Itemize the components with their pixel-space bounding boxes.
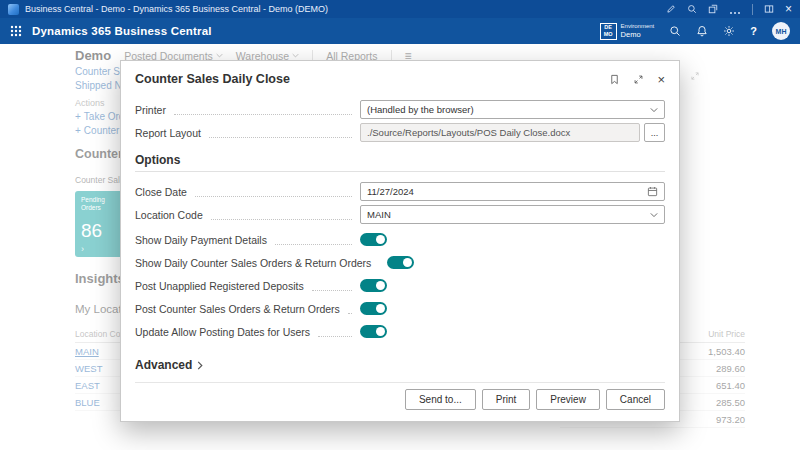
help-icon[interactable]: ? [750,25,757,37]
chevron-down-icon [650,107,658,113]
post-counter-sales-orders-row: Post Counter Sales Orders & Return Order… [135,301,665,316]
printer-label: Printer [135,104,166,116]
location-code-label: Location Code [135,209,203,221]
close-date-input[interactable]: 11/27/2024 [360,182,665,201]
dotted-leader [174,104,352,115]
product-title[interactable]: Dynamics 365 Business Central [32,25,212,37]
dotted-leader [211,209,352,220]
toggle-switch[interactable] [360,233,387,246]
browse-layout-button[interactable]: ... [644,123,665,142]
printer-row: Printer (Handled by the browser) [135,100,665,119]
close-dialog-icon[interactable]: × [657,73,665,86]
report-layout-row: Report Layout ./Source/Reports/Layouts/P… [135,123,665,142]
environment-badge[interactable]: DE MO Environment Demo [600,23,655,40]
dotted-leader [195,186,352,197]
close-date-label: Close Date [135,186,187,198]
more-icon[interactable] [729,0,741,18]
toggle-switch[interactable] [360,325,387,338]
options-heading: Options [135,153,665,172]
app-bar: Dynamics 365 Business Central DE MO Envi… [0,18,800,44]
window-title: Business Central - Demo - Dynamics 365 B… [25,4,328,14]
split-screen-icon[interactable] [764,4,774,14]
toggle-switch[interactable] [360,279,387,292]
chevron-right-icon [197,361,203,370]
preview-button[interactable]: Preview [536,389,600,410]
waffle-menu-icon[interactable] [10,25,22,37]
dotted-leader [312,280,352,291]
show-daily-counter-sales-orders-row: Show Daily Counter Sales Orders & Return… [135,255,665,270]
window-titlebar: Business Central - Demo - Dynamics 365 B… [0,0,800,18]
bookmark-icon[interactable] [609,74,620,85]
environment-value: Demo [621,30,655,39]
advanced-expander[interactable]: Advanced [135,358,665,383]
report-layout-field: ./Source/Reports/Layouts/POS Daily Close… [360,123,640,142]
toggle-switch[interactable] [360,302,387,315]
dotted-leader [318,326,352,337]
dotted-leader [348,303,352,314]
environment-label: Environment [621,23,655,31]
post-unapplied-registered-deposits-row: Post Unapplied Registered Deposits [135,278,665,293]
app-icon [8,4,19,15]
print-button[interactable]: Print [482,389,531,410]
environment-abbr-top: DE [604,24,612,31]
dotted-leader [275,234,352,245]
popout-icon[interactable] [708,4,718,14]
avatar[interactable]: MH [772,22,790,40]
close-date-row: Close Date 11/27/2024 [135,182,665,201]
edit-icon[interactable] [666,4,676,14]
dotted-leader [209,127,352,138]
report-layout-label: Report Layout [135,127,201,139]
close-window-icon[interactable]: × [785,3,792,15]
settings-gear-icon[interactable] [723,25,735,37]
show-daily-payment-details-row: Show Daily Payment Details [135,232,665,247]
location-code-row: Location Code MAIN [135,205,665,224]
notifications-bell-icon[interactable] [696,25,708,37]
update-allow-posting-dates-row: Update Allow Posting Dates for Users [135,324,665,339]
cancel-button[interactable]: Cancel [606,389,665,410]
send-to-button[interactable]: Send to... [405,389,476,410]
chevron-down-icon [650,212,658,218]
search-icon[interactable] [669,25,681,37]
toggle-switch[interactable] [387,256,414,269]
titlebar-divider [752,4,753,15]
expand-dialog-icon[interactable] [633,74,644,85]
calendar-icon[interactable] [647,186,658,197]
counter-sales-daily-close-dialog: Counter Sales Daily Close × Printer (Han… [120,60,680,422]
search-icon[interactable] [687,4,697,14]
environment-abbr-bottom: MO [604,31,613,38]
location-code-select[interactable]: MAIN [360,205,665,224]
dialog-title: Counter Sales Daily Close [135,72,290,86]
printer-select[interactable]: (Handled by the browser) [360,100,665,119]
